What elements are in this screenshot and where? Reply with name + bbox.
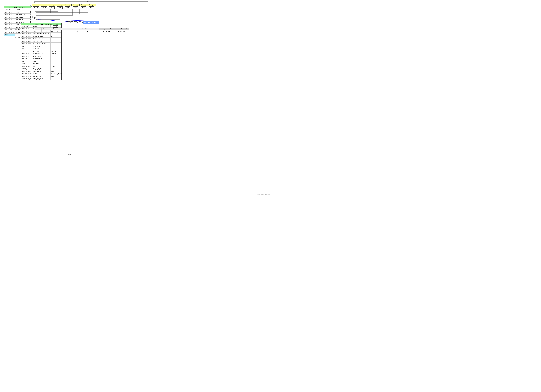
- field-type-union: union: [4, 34, 16, 36]
- pgv-buffer-1: buffer: [33, 6, 39, 9]
- field-name-dbt: delete_blk_timer: [32, 35, 51, 37]
- field-type-pks: char *: [21, 45, 32, 47]
- field-val-knb: 8: [51, 55, 56, 57]
- field-type-fmax: unsigned int: [4, 19, 16, 21]
- field-type-pg-vec: struct pgv *: [4, 9, 16, 11]
- field-timer: struct timer_list retire_blk_timer: [21, 78, 62, 80]
- pgv-struct-6: struct pgv buffer: [72, 4, 80, 9]
- field-type-ksn: uint64_t: [21, 58, 32, 60]
- pgv-buffer-8: buffer: [89, 6, 94, 9]
- field-type-mfl: unsigned int: [21, 53, 32, 55]
- field-fmax: unsigned int frame_max 7: [4, 19, 31, 21]
- field-val-ksn: 2: [51, 58, 56, 60]
- field-val-rbt: 1000: [51, 70, 56, 73]
- block-desc-title: struct tpacket_block_desc: [35, 23, 53, 25]
- field-type-pkbdq: struct pgv *: [21, 25, 32, 27]
- field-type-kbs: int: [21, 50, 32, 52]
- block-desc-u32-2: __u32: [53, 26, 58, 28]
- field-rbt: unsigned short retire_blk_tov 1000: [21, 70, 62, 73]
- pgv-buffer-7: buffer: [81, 6, 86, 9]
- field-dbt: unsigned char delete_blk_timer 0: [21, 35, 62, 38]
- field-name-pg-vec: pg_vec: [16, 9, 29, 11]
- field-type-pvorder: unsigned int: [4, 21, 16, 23]
- field-pkblk-end: char * pkblk_end —: [21, 48, 62, 50]
- pgv-buffer-2: buffer: [41, 6, 47, 9]
- pgv-label-4: struct pgv: [56, 4, 64, 6]
- field-val-kabn: 0: [51, 38, 56, 40]
- field-name-fsize: frame_size: [16, 16, 29, 18]
- field-val-skb: → NULL: [51, 65, 57, 68]
- field-name-nxtoff: nxt_offset: [32, 63, 51, 65]
- field-name-lkabn: last_kactive_blk_num: [32, 43, 51, 45]
- block-desc-u32-1: __u32: [54, 23, 59, 25]
- field-type-prb: struct tpacket_kbdq_core: [4, 36, 17, 39]
- svg-line-24: [38, 20, 68, 21]
- field-val-mfl: 262096: [51, 53, 56, 55]
- tpacket-hdr-v1-box: struct tpacket_hdr_v1: [83, 21, 99, 24]
- field-skb: struct sk_buff * skb → NULL: [21, 65, 62, 68]
- field-fsize: unsigned int frame_size 256k: [4, 16, 31, 19]
- field-type-bsp: unsigned short: [21, 40, 32, 42]
- field-knb: unsigned int knum_blocks 8: [21, 55, 62, 58]
- field-type-pke: char *: [21, 48, 32, 50]
- field-val-head: 0: [29, 11, 35, 13]
- union-label: union tpacket_bd_header_u: [66, 21, 83, 23]
- field-name-mfl: max_frame_len: [32, 53, 51, 55]
- offset-label: offset: [68, 154, 72, 155]
- bd-field-otp: offset_to_priv 48: [42, 28, 52, 34]
- field-name-knb: knum_blocks: [32, 55, 51, 57]
- field-name-fpb: frame_per_block: [16, 14, 29, 16]
- bd-field-ts-type-2: struct tpacket_bd_ts ts_last_pkt: [114, 28, 129, 34]
- field-type-dbt: unsigned char: [21, 35, 32, 37]
- field-val-nxtoff: —: [51, 63, 56, 65]
- field-type-timer: struct timer_list: [21, 78, 32, 80]
- field-tij: unsigned long tov_in_jiffles 1000: [21, 75, 62, 78]
- block-desc-fields-row: version 2 offset_to_priv 48 block_status…: [35, 28, 129, 34]
- field-val-ver: TPACKET_V3(2): [51, 73, 62, 75]
- tp-block-nr-label: tp_block_nr: [83, 0, 92, 2]
- field-lkabn: unsigned short last_kactive_blk_num 0: [21, 43, 62, 45]
- field-name-pks: pkblk_start: [32, 45, 51, 47]
- field-name-bfip: blk_fill_in_prog: [32, 68, 51, 70]
- field-name-kabn: kactive_blk_num: [32, 38, 51, 40]
- field-nxt-offset: char * nxt_offset —: [21, 63, 62, 65]
- field-val-prev: —: [51, 60, 56, 63]
- field-mfl: unsigned int max_frame_len 262096: [21, 53, 62, 55]
- field-val-fmax: 7: [29, 19, 35, 21]
- field-val-tij: 1000: [51, 75, 56, 78]
- pgv-label-6: struct pgv: [72, 4, 80, 6]
- field-name-timer: retire_blk_timer: [32, 78, 51, 80]
- field-bsp: unsigned short blk_sizeof_priv 0: [21, 40, 62, 43]
- pgv-struct-8: struct pgv buffer: [87, 4, 96, 9]
- field-name-rbt: retire_blk_tov: [32, 70, 51, 73]
- field-type-kabn: unsigned short: [21, 38, 32, 40]
- field-bfip: atomic_t blk_fill_in_prog 0: [21, 68, 62, 70]
- bd-field-ts-type-1: struct tpacket_bd_ts ts_first_pkt getnst…: [99, 28, 114, 34]
- field-name-prev: prev: [32, 60, 51, 63]
- bd-field-otfp: offset_to_first_pkt 48: [71, 28, 84, 34]
- pgv-struct-3: struct pgv buffer: [48, 4, 56, 9]
- field-type-ver: unsigned short: [21, 73, 32, 75]
- field-val-bfip: 0: [51, 68, 56, 70]
- field-name-fmax: frame_max: [16, 19, 29, 21]
- watermark: CSDN @pu2uytree003: [257, 194, 270, 195]
- field-val-pke: —: [51, 48, 56, 50]
- pgv-buffer-6: buffer: [73, 6, 78, 9]
- pgv-buffer-3: buffer: [49, 6, 55, 9]
- packet-ring-buffer-title: struct packet_ring_buffer: [4, 6, 31, 9]
- field-type-pvpages: unsigned int: [4, 24, 16, 26]
- field-type-rbt: unsigned short: [21, 70, 32, 73]
- pgv-buffer-5: buffer: [65, 6, 70, 9]
- field-type-rpocb: unsigned char: [21, 33, 32, 35]
- field-name-skb: skb: [32, 65, 51, 68]
- bd-field-version: version 2: [35, 28, 42, 34]
- field-type-rxmap: unsigned long *: [4, 31, 16, 33]
- field-type-pvlen: unsigned int: [4, 26, 16, 28]
- pgv-label-5: struct pgv: [63, 4, 72, 6]
- field-name-ksn: knxt_seq_num: [32, 58, 51, 60]
- field-name-ver: version: [32, 73, 51, 75]
- field-val-fsize: 256k: [29, 16, 35, 18]
- field-name-pke: pkblk_end: [32, 48, 51, 50]
- field-val-lkabn: 0: [51, 43, 56, 45]
- pgv-buffer-4: buffer: [57, 6, 62, 9]
